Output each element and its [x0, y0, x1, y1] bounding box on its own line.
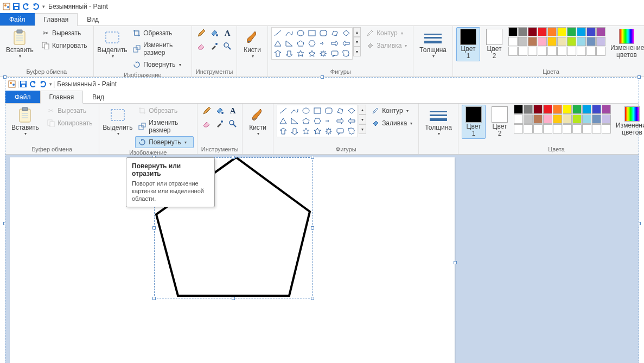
eraser-tool[interactable]	[195, 40, 207, 52]
edit-colors-button[interactable]: Изменение цветов	[608, 27, 644, 60]
tab-view[interactable]: Вид	[83, 91, 113, 103]
color-swatch[interactable]	[582, 105, 591, 114]
thickness-button[interactable]: Толщина ▾	[422, 105, 455, 138]
color2-button[interactable]: Цвет 2	[482, 27, 506, 61]
crop-button[interactable]: Обрезать	[130, 27, 188, 39]
color-swatch[interactable]	[533, 114, 543, 124]
color-swatch[interactable]	[528, 27, 537, 36]
thickness-button[interactable]: Толщина ▾	[417, 27, 449, 60]
color-swatch[interactable]	[563, 114, 572, 124]
shapes-scroll-down[interactable]: ▾	[353, 37, 361, 47]
color-swatch[interactable]	[528, 37, 537, 46]
color-swatch[interactable]	[557, 27, 566, 36]
color-swatch[interactable]	[567, 47, 576, 56]
canvas[interactable]	[10, 157, 455, 363]
picker-tool[interactable]	[208, 40, 220, 52]
color-swatch[interactable]	[508, 37, 518, 46]
color2-button[interactable]: Цвет 2	[488, 105, 512, 139]
color-swatch[interactable]	[592, 124, 601, 133]
magnify-tool[interactable]	[221, 40, 233, 52]
color-swatch[interactable]	[543, 124, 552, 133]
edit-colors-button[interactable]: Изменение цветов	[613, 105, 644, 138]
color-swatch[interactable]	[563, 105, 572, 114]
color-swatch[interactable]	[577, 47, 586, 56]
color-swatch[interactable]	[547, 47, 557, 56]
tab-file[interactable]: Файл	[0, 13, 35, 26]
resize-button[interactable]: Изменить размер	[130, 40, 188, 58]
shape-fill-button[interactable]: Заливка▾	[368, 117, 415, 129]
color-swatch[interactable]	[514, 114, 523, 124]
color-swatch[interactable]	[557, 37, 566, 46]
cut-button[interactable]: ✂Вырезать	[44, 105, 95, 117]
tab-view[interactable]: Вид	[78, 13, 108, 26]
pencil-tool[interactable]	[201, 105, 213, 117]
qat-undo-icon[interactable]	[29, 80, 37, 88]
qat-save-icon[interactable]	[19, 80, 28, 88]
color-swatch[interactable]	[586, 47, 596, 56]
rotate-button[interactable]: Повернуть▾	[130, 59, 188, 71]
color-swatch[interactable]	[543, 105, 552, 114]
color-swatch[interactable]	[553, 114, 562, 124]
color-swatch[interactable]	[596, 27, 605, 36]
resize-button[interactable]: Изменить размер	[135, 117, 194, 136]
color-swatch[interactable]	[538, 37, 547, 46]
paste-button[interactable]: Вставить ▾	[3, 27, 36, 60]
color-swatch[interactable]	[524, 114, 533, 124]
crop-button[interactable]: Обрезать	[135, 105, 194, 117]
color-swatch[interactable]	[553, 124, 562, 133]
shapes-gallery[interactable]	[277, 105, 358, 137]
qat-undo-icon[interactable]	[22, 2, 30, 11]
tab-home[interactable]: Главная	[35, 13, 78, 26]
color-swatch[interactable]	[586, 27, 596, 36]
color-swatch[interactable]	[577, 27, 586, 36]
shape-outline-button[interactable]: Контур▾	[363, 27, 410, 39]
rotate-button[interactable]: Повернуть▾	[135, 136, 194, 148]
shapes-scroll-down[interactable]: ▾	[359, 114, 366, 124]
shapes-expand[interactable]: ▾	[353, 47, 361, 56]
color-swatch[interactable]	[572, 124, 582, 133]
brushes-button[interactable]: Кисти ▾	[246, 105, 270, 138]
picker-tool[interactable]	[214, 118, 226, 130]
color-swatch[interactable]	[602, 124, 611, 133]
color-swatch[interactable]	[567, 27, 576, 36]
copy-button[interactable]: Копировать	[39, 40, 90, 52]
pencil-tool[interactable]	[195, 27, 207, 39]
color-swatch[interactable]	[582, 114, 591, 124]
color-swatch[interactable]	[563, 124, 572, 133]
select-button[interactable]: Выделить ▾	[97, 27, 128, 60]
color-swatch[interactable]	[533, 124, 543, 133]
color-swatch[interactable]	[557, 47, 566, 56]
fill-tool[interactable]	[208, 27, 220, 39]
color-swatch[interactable]	[567, 37, 576, 46]
color-swatch[interactable]	[518, 37, 527, 46]
paste-button[interactable]: Вставить ▾	[9, 105, 42, 138]
color-swatch[interactable]	[592, 105, 601, 114]
text-tool[interactable]: A	[221, 27, 233, 39]
color-swatch[interactable]	[514, 105, 523, 114]
color-swatch[interactable]	[547, 37, 557, 46]
tab-file[interactable]: Файл	[5, 91, 40, 103]
color-swatch[interactable]	[586, 37, 596, 46]
color-swatch[interactable]	[508, 27, 518, 36]
select-button[interactable]: Выделить ▾	[103, 105, 133, 138]
color-swatch[interactable]	[602, 114, 611, 124]
color1-button[interactable]: Цвет 1	[462, 105, 486, 139]
eraser-tool[interactable]	[201, 118, 213, 130]
shape-fill-button[interactable]: Заливка▾	[363, 40, 410, 52]
qat-redo-icon[interactable]	[39, 80, 47, 88]
color-swatch[interactable]	[524, 105, 533, 114]
color-swatch[interactable]	[596, 47, 605, 56]
color-swatch[interactable]	[524, 124, 533, 133]
color-swatch[interactable]	[533, 105, 543, 114]
brushes-button[interactable]: Кисти ▾	[240, 27, 264, 60]
color-swatch[interactable]	[538, 27, 547, 36]
color-swatch[interactable]	[572, 105, 582, 114]
shape-outline-button[interactable]: Контур▾	[368, 105, 415, 117]
color-swatch[interactable]	[572, 114, 582, 124]
qat-dropdown-icon[interactable]: ▾	[42, 4, 45, 9]
magnify-tool[interactable]	[227, 118, 239, 130]
text-tool[interactable]: A	[227, 105, 239, 117]
shapes-scroll-up[interactable]: ▴	[353, 27, 361, 37]
copy-button[interactable]: Копировать	[44, 117, 95, 129]
shapes-gallery[interactable]	[271, 27, 353, 60]
